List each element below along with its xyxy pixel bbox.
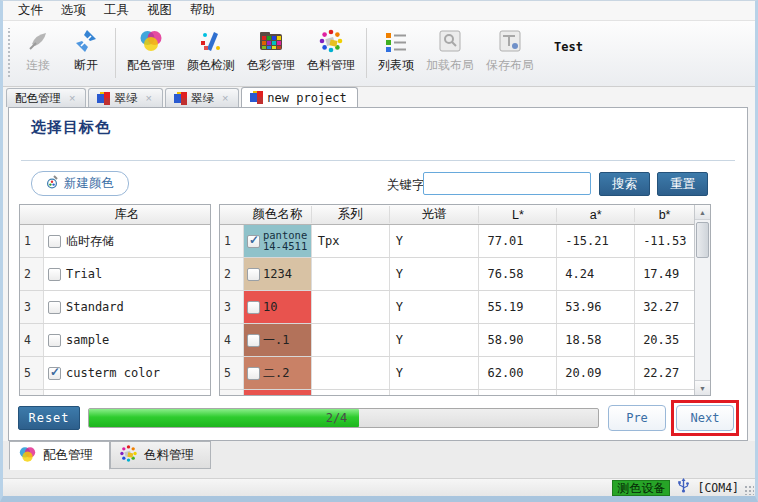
project-icon [97,92,110,105]
reset-wizard-button[interactable]: Reset [18,406,80,430]
tab-color-matching[interactable]: 配色管理 × [6,88,86,107]
save-layout-icon [497,27,523,55]
color-detect-button[interactable]: 颜色检测 [181,26,241,75]
search-button[interactable]: 搜索 [599,172,650,196]
row-checkbox[interactable] [48,301,61,314]
row-checkbox[interactable] [247,301,260,314]
colorant-icon [119,444,138,466]
connect-icon [25,27,51,55]
row-checkbox[interactable] [247,268,260,281]
close-icon[interactable]: × [222,93,228,104]
progress-step-label: 2/4 [326,411,348,425]
next-button[interactable]: Next [676,405,734,431]
toolbar: 连接 断开 配色管理 颜色检测 色彩管理 [3,21,755,87]
table-row[interactable]: 1 pantone 14-4511 Tpx Y 77.01 -15.21 -11… [220,225,694,258]
reset-filter-button[interactable]: 重置 [657,172,708,196]
color-match-button[interactable]: 配色管理 [121,26,181,75]
keyword-input[interactable] [423,172,591,195]
list-items-icon [383,27,409,55]
tab-emerald-2[interactable]: 翠绿 × [165,88,239,107]
toolbar-drag-handle[interactable] [6,28,12,78]
color-swatch-cell: pantone 14-4511 [244,225,312,257]
connect-button: 连接 [14,26,62,75]
column-header-spectrum: 光谱 [390,206,480,223]
colorant-icon [318,27,344,55]
table-row[interactable]: 4 一.1 Y 58.90 18.58 20.35 [220,324,694,357]
color-table-header: 颜色名称 系列 光谱 L* a* b* [220,205,694,225]
menu-help[interactable]: 帮助 [181,0,224,21]
document-tab-bar: 配色管理 × 翠绿 × 翠绿 × new project [3,87,755,107]
column-header-name: 颜色名称 [244,206,312,223]
menu-tools[interactable]: 工具 [95,0,138,21]
table-row[interactable]: 5 custerm color [20,357,210,390]
main-panel: 选择目标色 新建颜色 关键字 搜索 重置 库名 1 临时存储 2 Trial [8,107,748,441]
column-header-library: 库名 [44,206,210,223]
tab-emerald-1[interactable]: 翠绿 × [88,88,162,107]
menu-view[interactable]: 视图 [138,0,181,21]
color-wheel-icon [18,445,37,467]
bottom-tab-color-matching[interactable]: 配色管理 [9,441,110,470]
menu-options[interactable]: 选项 [52,0,95,21]
load-layout-button: 加载布局 [420,26,480,75]
table-row[interactable]: 4 sample [20,324,210,357]
bottom-tab-colorant[interactable]: 色料管理 [110,441,211,469]
color-swatch-cell: 1234 [244,258,312,290]
color-library-icon [258,27,284,55]
toolbar-separator [115,28,116,78]
divider [21,160,735,161]
wizard-progress-bar: 2/4 [88,408,599,428]
keyword-label: 关键字 [387,177,425,194]
table-row[interactable]: 1 临时存储 [20,225,210,258]
row-checkbox[interactable] [48,268,61,281]
com-port-label: [COM4] [697,481,739,495]
toolbar-separator [366,28,367,78]
tab-new-project[interactable]: new project [241,87,357,107]
table-row[interactable]: 3 10 Y 55.19 53.96 32.27 [220,291,694,324]
app-window: 文件 选项 工具 视图 帮助 连接 断开 配色管理 [0,0,758,502]
resize-grip[interactable] [744,485,754,495]
column-header-series: 系列 [312,206,390,223]
table-row-partial [220,390,694,395]
color-swatch-cell: 10 [244,291,312,323]
project-icon [174,92,187,105]
row-checkbox[interactable] [48,334,61,347]
device-status-badge: 测色设备 [612,480,670,496]
colorant-button[interactable]: 色料管理 [301,26,361,75]
row-checkbox[interactable] [48,235,61,248]
load-layout-icon [437,27,463,55]
bottom-tab-bar: 配色管理 色料管理 [3,441,755,478]
menu-bar: 文件 选项 工具 视图 帮助 [3,1,755,21]
vertical-scrollbar[interactable]: ▲ ▼ [694,205,710,395]
new-color-icon [46,175,59,192]
table-row[interactable]: 5 二.2 Y 62.00 20.09 22.27 [220,357,694,390]
color-detect-icon [198,27,224,55]
row-checkbox[interactable] [247,334,260,347]
scrollbar-thumb[interactable] [696,222,709,258]
close-icon[interactable]: × [145,93,151,104]
scroll-down-icon[interactable]: ▼ [695,380,710,395]
usb-icon [677,478,690,497]
table-row[interactable]: 2 1234 Y 76.58 4.24 17.49 [220,258,694,291]
disconnect-button[interactable]: 断开 [62,26,110,75]
menu-file[interactable]: 文件 [9,0,52,21]
column-header-a: a* [557,208,635,222]
list-items-button[interactable]: 列表项 [372,26,420,75]
row-checkbox[interactable] [48,367,61,380]
color-swatch-cell: 一.1 [244,324,312,356]
pre-button[interactable]: Pre [608,405,666,431]
table-row[interactable]: 2 Trial [20,258,210,291]
row-checkbox[interactable] [247,367,260,380]
color-swatch-cell: 二.2 [244,357,312,389]
color-match-icon [138,27,164,55]
row-checkbox[interactable] [247,235,260,248]
test-label: Test [554,40,583,54]
color-swatch-cell [244,390,312,395]
color-table: 颜色名称 系列 光谱 L* a* b* 1 pantone 14-4511 Tp… [219,204,711,396]
library-table-header: 库名 [20,205,210,225]
close-icon[interactable]: × [69,93,75,104]
color-library-button[interactable]: 色彩管理 [241,26,301,75]
scroll-up-icon[interactable]: ▲ [695,205,710,220]
column-header-b: b* [635,208,694,222]
new-color-button[interactable]: 新建颜色 [31,171,129,196]
table-row[interactable]: 3 Standard [20,291,210,324]
